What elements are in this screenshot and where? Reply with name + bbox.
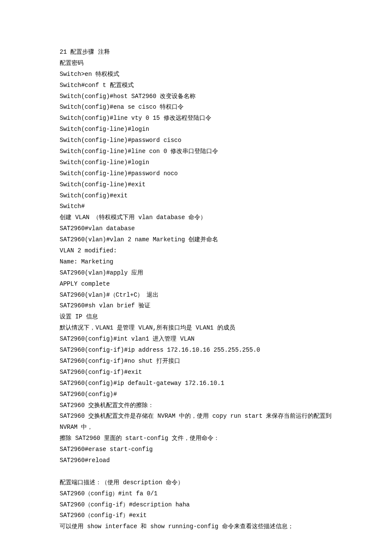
- text-line: 可以使用 show interface 和 show running-confi…: [60, 521, 332, 532]
- text-line: Switch(config-line)#exit: [60, 179, 332, 191]
- text-line: SAT2960(config)#: [60, 389, 332, 400]
- text-line: SAT2960(config)#int vlan1 进入管理 VLAN: [60, 334, 332, 345]
- text-line: 21 配置步骤 注释: [60, 47, 332, 58]
- text-line: 擦除 SAT2960 里面的 start-config 文件，使用命令：: [60, 433, 332, 444]
- text-line: SAT2960#vlan database: [60, 223, 332, 234]
- text-line: Switch(config)#exit: [60, 191, 332, 202]
- text-line: 设置 IP 信息: [60, 312, 332, 323]
- text-line: SAT2960 交换机配置文件是存储在 NVRAM 中的，使用 copy run…: [60, 411, 332, 433]
- text-line: Switch(config)#host SAT2960 改变设备名称: [60, 91, 332, 102]
- text-line: SAT2960#erase start-config: [60, 444, 332, 455]
- text-line: Switch(config-line)#login: [60, 124, 332, 135]
- text-line: SAT2960(vlan)#vlan 2 name Marketing 创建并命…: [60, 234, 332, 246]
- text-line: 创建 VLAN （特权模式下用 vlan database 命令）: [60, 212, 332, 223]
- text-line: VLAN 2 modified:: [60, 246, 332, 257]
- paragraph-block-2: 配置端口描述：（使用 description 命令） SAT2960（confi…: [60, 477, 332, 532]
- text-line: SAT2960（config-if）#exit: [60, 510, 332, 521]
- text-line: Switch#conf t 配置模式: [60, 80, 332, 91]
- text-line: APPLY complete: [60, 279, 332, 290]
- text-line: 默认情况下，VLAN1 是管理 VLAN,所有接口均是 VLAN1 的成员: [60, 323, 332, 334]
- text-line: Switch(config-line)#line con 0 修改串口登陆口令: [60, 146, 332, 157]
- text-line: SAT2960#reload: [60, 455, 332, 466]
- text-line: SAT2960（config-if）#description haha: [60, 500, 332, 511]
- text-line: SAT2960(config-if)#ip address 172.16.10.…: [60, 345, 332, 356]
- text-line: Switch>en 特权模式: [60, 69, 332, 80]
- text-line: 配置密码: [60, 58, 332, 69]
- text-line: SAT2960 交换机配置文件的擦除：: [60, 400, 332, 411]
- text-line: Name: Marketing: [60, 257, 332, 268]
- text-line: Switch#: [60, 201, 332, 212]
- text-line: SAT2960(vlan)#apply 应用: [60, 268, 332, 279]
- text-line: SAT2960(vlan)#（Ctrl+C） 退出: [60, 290, 332, 301]
- text-line: SAT2960(config-if)#exit: [60, 367, 332, 378]
- text-line: SAT2960(config)#ip default-gateway 172.1…: [60, 378, 332, 389]
- text-line: Switch(config)#ena se cisco 特权口令: [60, 102, 332, 113]
- document-page: 21 配置步骤 注释 配置密码 Switch>en 特权模式 Switch#co…: [0, 0, 392, 555]
- text-line: 配置端口描述：（使用 description 命令）: [60, 477, 332, 489]
- text-line: SAT2960#sh vlan brief 验证: [60, 301, 332, 312]
- text-line: Switch(config-line)#login: [60, 157, 332, 168]
- text-line: Switch(config)#line vty 0 15 修改远程登陆口令: [60, 113, 332, 124]
- paragraph-gap: [60, 466, 332, 477]
- paragraph-block-1: 21 配置步骤 注释 配置密码 Switch>en 特权模式 Switch#co…: [60, 47, 332, 466]
- text-line: SAT2960（config）#int fa 0/1: [60, 489, 332, 500]
- text-line: Switch(config-line)#password noco: [60, 168, 332, 179]
- text-line: Switch(config-line)#password cisco: [60, 135, 332, 146]
- text-line: SAT2960(config-if)#no shut 打开接口: [60, 356, 332, 367]
